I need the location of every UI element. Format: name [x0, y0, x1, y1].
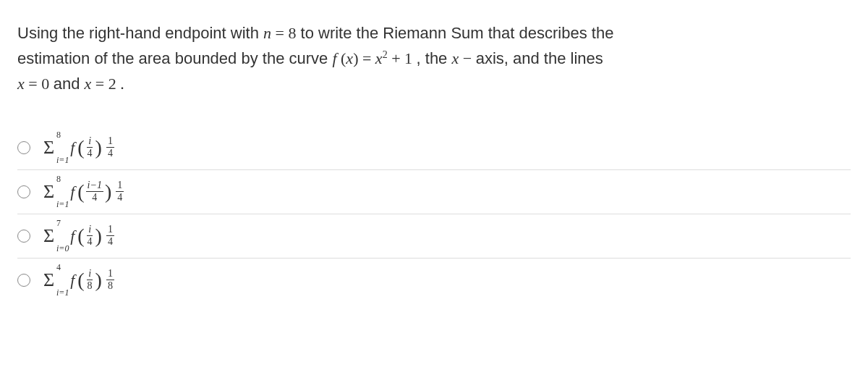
sigma-upper: 8 [56, 174, 61, 185]
f-sq: 2 [383, 49, 388, 60]
x1-var: x [17, 75, 25, 93]
sigma-symbol: Σ 4 i=1 [43, 269, 54, 291]
sigma-lower: i=0 [56, 243, 69, 254]
lparen: ( [77, 136, 84, 159]
sigma-char: Σ [43, 269, 54, 290]
mult-den: 4 [106, 148, 114, 159]
comma-the: , the [417, 49, 452, 67]
v1: 0 [41, 75, 54, 93]
mult-den: 4 [106, 236, 114, 247]
arg-frac: i 4 [86, 136, 94, 159]
arg-den: 4 [86, 236, 94, 247]
option-2[interactable]: Σ 8 i=1 f ( i−1 4 ) 1 4 [17, 170, 851, 214]
and-text: and [54, 75, 85, 93]
sigma-upper: 4 [56, 262, 61, 273]
sigma-symbol: Σ 8 i=1 [43, 137, 54, 159]
n-var: n [263, 24, 271, 42]
v2: 2 . [109, 75, 124, 93]
radio-icon[interactable] [17, 274, 30, 287]
lparen: ( [77, 180, 84, 203]
arg-den: 8 [86, 280, 94, 291]
eq-x1: = [25, 75, 41, 93]
f-open: ( [337, 49, 346, 67]
arg-frac: i−1 4 [86, 180, 103, 203]
sigma-symbol: Σ 8 i=1 [43, 181, 54, 203]
option-1-math: Σ 8 i=1 f ( i 4 ) 1 4 [43, 136, 116, 159]
arg-den: 4 [90, 192, 98, 203]
rparen: ) [95, 136, 102, 159]
sigma-lower: i=1 [56, 155, 69, 166]
question-text: Using the right-hand endpoint with n = 8… [17, 20, 851, 97]
arg-frac: i 4 [86, 224, 94, 247]
sigma-upper: 8 [56, 130, 61, 140]
eq1: = [271, 24, 288, 42]
q-text-2: to write the Riemann Sum that describes … [296, 24, 613, 42]
x2-var: x [85, 75, 92, 93]
options-list: Σ 8 i=1 f ( i 4 ) 1 4 Σ 8 i=1 f [17, 126, 851, 302]
f-x: x [346, 49, 353, 67]
arg-num: i [87, 136, 93, 148]
arg-num: i [87, 224, 93, 236]
mult-den: 4 [116, 192, 124, 203]
mult-frac: 1 4 [106, 224, 114, 247]
f-label: f [70, 138, 75, 157]
option-1[interactable]: Σ 8 i=1 f ( i 4 ) 1 4 [17, 126, 851, 170]
arg-num: i [87, 269, 93, 280]
mult-num: 1 [116, 180, 124, 192]
option-3[interactable]: Σ 7 i=0 f ( i 4 ) 1 4 [17, 214, 851, 259]
sigma-char: Σ [43, 137, 54, 158]
axis-text: axis, and the lines [476, 49, 603, 67]
rparen: ) [105, 180, 111, 203]
mult-num: 1 [106, 269, 114, 280]
lparen: ( [77, 269, 84, 292]
sigma-upper: 7 [56, 218, 61, 229]
f-label: f [70, 271, 75, 290]
f-label: f [70, 182, 75, 201]
f-close: ) = [353, 49, 375, 67]
radio-icon[interactable] [17, 185, 30, 198]
x-axis-var: x [451, 49, 459, 67]
mult-den: 8 [106, 280, 114, 291]
f-plus: + 1 [388, 49, 417, 67]
mult-frac: 1 8 [106, 269, 114, 291]
option-4-math: Σ 4 i=1 f ( i 8 ) 1 8 [43, 269, 116, 292]
sigma-char: Σ [43, 181, 54, 202]
eq-x2: = [91, 75, 108, 93]
option-2-math: Σ 8 i=1 f ( i−1 4 ) 1 4 [43, 180, 125, 203]
radio-icon[interactable] [17, 141, 30, 154]
dash: − [459, 49, 475, 67]
option-4[interactable]: Σ 4 i=1 f ( i 8 ) 1 8 [17, 259, 851, 302]
f-label: f [70, 227, 75, 245]
arg-den: 4 [86, 148, 94, 159]
mult-frac: 1 4 [106, 136, 114, 159]
q-text-1: Using the right-hand endpoint with [17, 24, 263, 42]
n-val: 8 [288, 24, 296, 42]
arg-frac: i 8 [86, 269, 94, 291]
sigma-symbol: Σ 7 i=0 [43, 225, 54, 247]
radio-icon[interactable] [17, 230, 30, 243]
mult-num: 1 [106, 224, 114, 236]
sigma-char: Σ [43, 225, 54, 246]
lparen: ( [77, 224, 84, 248]
mult-num: 1 [106, 136, 114, 148]
rparen: ) [95, 269, 102, 292]
mult-frac: 1 4 [116, 180, 124, 203]
arg-num: i−1 [86, 180, 103, 192]
rparen: ) [95, 224, 102, 248]
q-text-3: estimation of the area bounded by the cu… [17, 49, 332, 67]
option-3-math: Σ 7 i=0 f ( i 4 ) 1 4 [43, 224, 116, 248]
f-x2: x [375, 49, 383, 67]
sigma-lower: i=1 [56, 199, 69, 210]
sigma-lower: i=1 [56, 287, 69, 298]
